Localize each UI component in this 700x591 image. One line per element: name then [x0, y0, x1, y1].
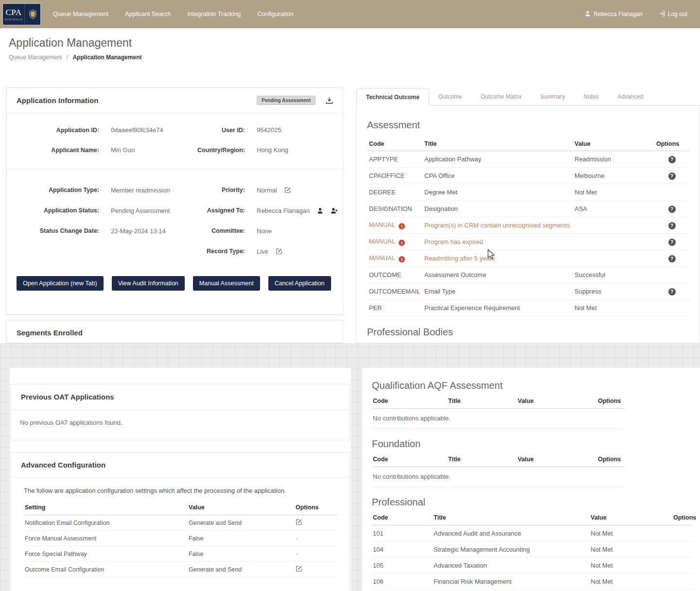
assessment-options-cell: ?	[654, 201, 689, 217]
assessment-code-cell: MANUAL!	[367, 217, 422, 234]
assessment-value-cell: Readmission	[573, 151, 654, 168]
help-icon[interactable]: ?	[668, 173, 676, 180]
nav-item[interactable]: Integration Tracking	[179, 0, 249, 28]
options-cell	[295, 515, 337, 531]
col-header-value: Value	[188, 500, 295, 515]
value-cell: Generate and Send	[188, 562, 295, 577]
assessment-row: MANUAL! Program has expired ?	[367, 234, 689, 250]
foundation-empty-text: No contributions applicable.	[372, 467, 625, 487]
application-information-title: Application Information	[17, 96, 98, 104]
assessment-title-cell: Application Pathway	[422, 151, 573, 168]
col-header-code: Code	[372, 510, 433, 525]
assessment-code-cell: DESIGNATION	[367, 201, 422, 217]
page-title: Application Management	[9, 36, 132, 50]
previous-oat-title: Previous OAT Applications	[21, 393, 114, 401]
qualification-panel: Qualification AQF Assessment Code Title …	[362, 368, 700, 591]
breadcrumb-parent[interactable]: Queue Management	[9, 54, 62, 61]
user-id-value: 9542025	[257, 126, 333, 134]
status-change-date-label: Status Change Date:	[17, 227, 99, 234]
col-header-value: Value	[517, 394, 597, 409]
outcome-tab[interactable]: Summary	[531, 88, 574, 105]
professional-options-cell	[672, 574, 693, 590]
assigned-to-value: Rebecca Flanagan	[257, 207, 338, 214]
application-type-label: Application Type:	[17, 187, 99, 193]
help-icon[interactable]: ?	[668, 156, 676, 163]
help-icon[interactable]: ?	[668, 239, 676, 246]
cpa-australia-logo[interactable]: CPA AUSTRALIA	[2, 3, 41, 25]
options-cell	[295, 562, 337, 577]
outcome-tab[interactable]: Outcome	[429, 88, 472, 105]
assigned-to-label: Assigned To:	[182, 207, 245, 214]
professional-bodies-heading: Professional Bodies	[367, 327, 689, 338]
logout-label: Log out	[668, 11, 687, 17]
manual-assessment-button[interactable]: Manual Assessment	[193, 276, 260, 291]
assessment-row: MANUAL! Program(s) in CRM contain unreco…	[367, 217, 689, 234]
logout-icon	[659, 11, 665, 18]
assessment-value-cell	[573, 250, 654, 267]
unassign-user-icon[interactable]	[331, 208, 338, 214]
tab-label: Outcome Matrix	[481, 93, 522, 100]
assign-user-icon[interactable]	[317, 208, 323, 214]
assessment-value-cell	[573, 217, 654, 234]
assessment-row: PER Practical Experience Requirement Not…	[367, 300, 689, 316]
assessment-table-body: APPTYPE Application Pathway Readmission …	[367, 151, 689, 316]
aqf-table-header: Code Title Value Options	[372, 394, 625, 409]
help-icon[interactable]: ?	[668, 222, 676, 229]
user-name: Rebecca Flanagan	[594, 11, 643, 17]
outcome-tab[interactable]: Technical Outcome	[356, 88, 429, 105]
assessment-title-cell: Assessment Outcome	[422, 267, 573, 283]
nav-item[interactable]: Queue Management	[45, 0, 117, 28]
advanced-config-table-body: Notification Email Configuration Generat…	[24, 515, 337, 577]
application-id-label: Application ID:	[17, 127, 99, 134]
help-icon[interactable]: ?	[668, 206, 676, 213]
nav-item[interactable]: Applicant Search	[117, 0, 179, 28]
navbar-right: Rebecca Flanagan Log out	[585, 11, 700, 18]
tab-label: Notes	[584, 93, 599, 100]
aqf-assessment-heading: Qualification AQF Assessment	[372, 380, 690, 391]
foundation-table: Code Title Value Options	[372, 452, 625, 467]
foundation-heading: Foundation	[372, 438, 690, 450]
cpa-crest-icon	[24, 4, 40, 25]
assessment-value-cell: ASA	[573, 201, 654, 217]
edit-priority-icon[interactable]	[284, 187, 291, 193]
open-application-button[interactable]: Open Application (new Tab)	[17, 276, 104, 291]
view-audit-information-button[interactable]: View Audit Information	[112, 276, 185, 291]
outcome-tab[interactable]: Advanced	[608, 88, 652, 105]
cpa-logo-box: CPA AUSTRALIA	[3, 4, 24, 25]
edit-record-type-icon[interactable]	[276, 248, 282, 255]
foundation-table-header: Code Title Value Options	[372, 452, 625, 467]
professional-options-cell	[672, 525, 693, 541]
edit-icon[interactable]	[296, 519, 302, 525]
professional-row: 104 Strategic Management Accounting Not …	[372, 541, 693, 557]
help-icon[interactable]: ?	[668, 255, 676, 262]
professional-title-cell: Strategic Management Accounting	[433, 541, 590, 557]
cancel-application-button[interactable]: Cancel Application	[268, 276, 331, 291]
country-label: Country/Region:	[182, 147, 245, 154]
assessment-row: MANUAL! Readmitting after 5 years ?	[367, 250, 689, 267]
professional-options-cell	[672, 541, 693, 557]
assessment-value-cell: Not Met	[573, 300, 654, 316]
assessment-value-cell	[573, 234, 654, 250]
download-icon[interactable]	[326, 97, 333, 104]
nav-item[interactable]: Configuration	[249, 0, 301, 28]
application-fields: Application ID: 0daaeef80fc34e74 User ID…	[7, 113, 343, 261]
bottom-left-section: Previous OAT Applications No previous OA…	[10, 368, 351, 591]
brand-cpa-text: CPA	[5, 8, 21, 17]
assessment-value-cell: Suppress	[573, 283, 654, 300]
warning-icon: !	[399, 256, 405, 262]
logout-button[interactable]: Log out	[659, 11, 687, 18]
outcome-tab[interactable]: Notes	[575, 88, 608, 105]
assessment-title-cell: Program(s) in CRM contain unrecognised s…	[422, 217, 573, 234]
edit-icon[interactable]	[296, 565, 302, 572]
advanced-config-row: Force Special Pathway False -	[24, 546, 337, 562]
advanced-configuration-title: Advanced Configuration	[21, 461, 105, 469]
record-type-label: Record Type:	[182, 248, 245, 255]
col-header-code: Code	[372, 452, 447, 467]
breadcrumb-current: Application Management	[72, 54, 141, 61]
col-header-title: Title	[433, 510, 590, 525]
value-cell: False	[188, 531, 295, 546]
user-menu[interactable]: Rebecca Flanagan	[585, 11, 643, 18]
help-icon[interactable]: ?	[668, 288, 676, 296]
professional-value-cell: Not Met	[590, 541, 672, 557]
outcome-tab[interactable]: Outcome Matrix	[472, 88, 531, 105]
